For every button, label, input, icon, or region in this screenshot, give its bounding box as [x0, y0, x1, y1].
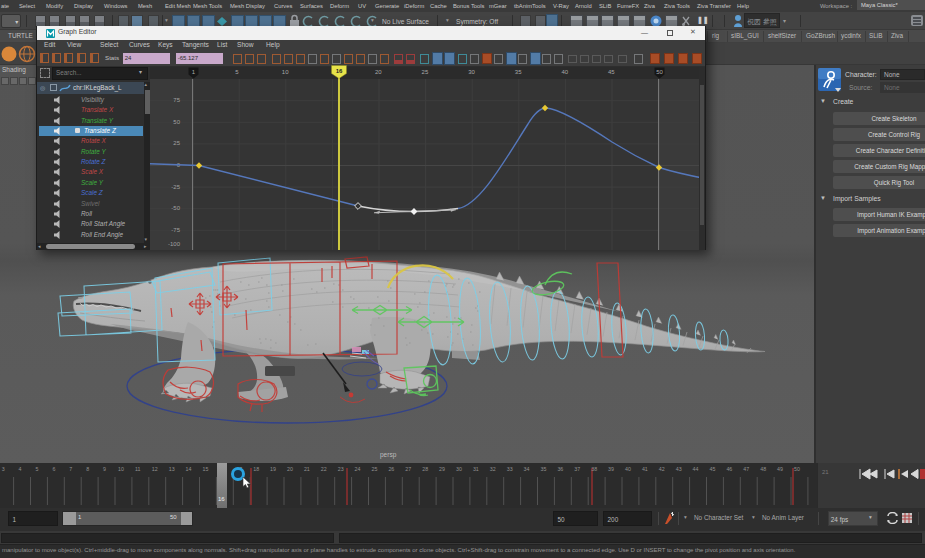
svg-text:16: 16 [336, 68, 343, 74]
